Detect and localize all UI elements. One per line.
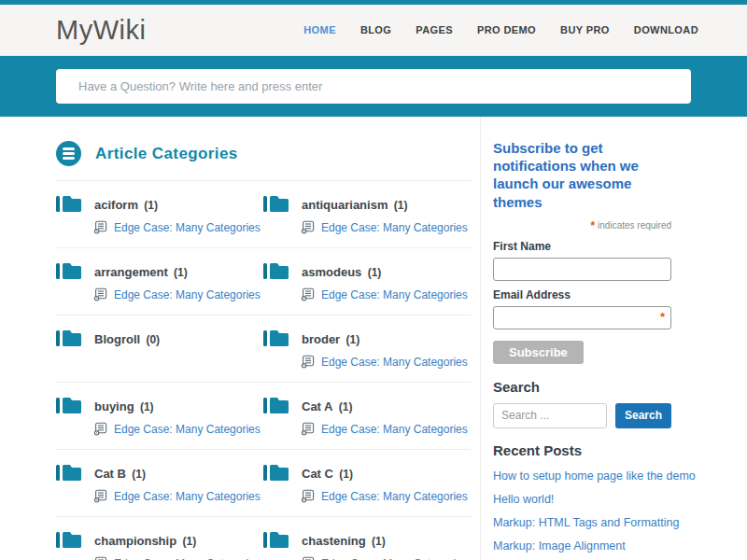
edge-case-link[interactable]: Edge Case: Many Categories — [321, 423, 468, 436]
category-item: Blogroll (0) — [56, 315, 263, 382]
folder-icon — [263, 396, 289, 415]
category-row: championship (1) Edge Case: Many Categor… — [56, 517, 471, 560]
subscribe-button[interactable]: Subscribe — [493, 341, 584, 364]
category-sublink-row[interactable]: Edge Case: Many Categories — [301, 422, 471, 436]
list-circle-icon — [56, 141, 81, 166]
category-sublink-row[interactable]: Edge Case: Many Categories — [93, 287, 263, 301]
email-label: Email Address — [493, 288, 696, 301]
category-link[interactable]: Cat B (1) — [56, 463, 263, 483]
folder-icon — [263, 329, 289, 348]
category-sublink-row[interactable]: Edge Case: Many Categories — [301, 556, 471, 560]
category-name: chastening — [302, 534, 366, 548]
folder-icon — [263, 194, 289, 214]
category-sublink-row[interactable]: Edge Case: Many Categories — [301, 355, 471, 369]
category-item: aciform (1) Edge Case: Many Categories — [56, 181, 263, 247]
edge-case-list-icon — [93, 556, 107, 560]
category-sublink-row[interactable]: Edge Case: Many Categories — [93, 489, 263, 503]
category-count: (1) — [390, 199, 407, 212]
category-item: Cat A (1) Edge Case: Many Categories — [263, 383, 471, 449]
sidebar-search-button[interactable]: Search — [615, 403, 671, 428]
nav-item[interactable]: HOME — [303, 24, 336, 35]
category-link[interactable]: antiquarianism (1) — [263, 194, 471, 214]
category-count: (1) — [171, 266, 188, 279]
category-name: aciform — [94, 198, 138, 212]
category-sublink-row[interactable]: Edge Case: Many Categories — [301, 220, 471, 234]
edge-case-link[interactable]: Edge Case: Many Categories — [114, 423, 261, 436]
edge-case-link[interactable]: Edge Case: Many Categories — [321, 557, 468, 560]
site-header: MyWiki HOMEBLOGPAGESPRO DEMOBUY PRODOWNL… — [0, 5, 747, 56]
category-link[interactable]: asmodeus (1) — [263, 261, 471, 281]
category-count: (1) — [364, 266, 381, 279]
question-search-input[interactable] — [56, 69, 691, 104]
article-categories-section: Article Categories aciform (1) Edge Case… — [56, 117, 481, 560]
category-count: (1) — [336, 468, 353, 481]
category-name: Cat C — [302, 467, 333, 481]
recent-post-item: Markup: Image Alignment — [493, 537, 696, 553]
email-field[interactable] — [493, 306, 671, 329]
recent-post-link[interactable]: Hello world! — [493, 493, 554, 506]
edge-case-list-icon — [93, 489, 107, 503]
category-item: championship (1) Edge Case: Many Categor… — [56, 517, 263, 560]
category-count: (1) — [335, 400, 352, 413]
recent-post-link[interactable]: Markup: Image Alignment — [493, 539, 626, 553]
folder-icon — [56, 463, 81, 483]
category-item: Cat B (1) Edge Case: Many Categories — [56, 450, 263, 516]
edge-case-link[interactable]: Edge Case: Many Categories — [114, 221, 261, 234]
nav-item[interactable]: PAGES — [416, 24, 453, 35]
edge-case-link[interactable]: Edge Case: Many Categories — [321, 221, 468, 234]
edge-case-link[interactable]: Edge Case: Many Categories — [321, 490, 468, 503]
edge-case-link[interactable]: Edge Case: Many Categories — [114, 557, 261, 560]
category-sublink-row[interactable]: Edge Case: Many Categories — [93, 422, 263, 436]
category-item: chastening (1) Edge Case: Many Categorie… — [263, 517, 471, 560]
category-list: aciform (1) Edge Case: Many Categories a… — [56, 181, 471, 560]
category-sublink-row[interactable]: Edge Case: Many Categories — [301, 287, 471, 301]
category-link[interactable]: broder (1) — [263, 329, 471, 348]
main-nav: HOMEBLOGPAGESPRO DEMOBUY PRODOWNLOAD — [303, 24, 698, 35]
first-name-label: First Name — [493, 240, 696, 253]
category-link[interactable]: chastening (1) — [263, 530, 471, 550]
category-name: championship — [94, 534, 176, 548]
section-title: Article Categories — [95, 145, 238, 163]
category-item: arrangement (1) Edge Case: Many Categori… — [56, 248, 263, 315]
category-item: antiquarianism (1) Edge Case: Many Categ… — [263, 181, 471, 247]
recent-post-link[interactable]: Markup: HTML Tags and Formatting — [493, 516, 679, 529]
nav-item[interactable]: PRO DEMO — [477, 24, 536, 35]
edge-case-list-icon — [301, 422, 315, 436]
category-link[interactable]: Cat C (1) — [263, 463, 471, 483]
edge-case-list-icon — [301, 355, 315, 369]
category-name: Cat A — [302, 399, 332, 413]
content-area: Article Categories aciform (1) Edge Case… — [0, 117, 747, 560]
edge-case-link[interactable]: Edge Case: Many Categories — [114, 288, 261, 301]
category-link[interactable]: Blogroll (0) — [56, 329, 263, 348]
category-name: antiquarianism — [302, 198, 388, 212]
category-name: Blogroll — [94, 332, 140, 346]
nav-item[interactable]: BUY PRO — [560, 24, 610, 35]
category-link[interactable]: aciform (1) — [56, 194, 263, 214]
category-count: (1) — [179, 535, 196, 548]
category-link[interactable]: buying (1) — [56, 396, 263, 415]
site-logo[interactable]: MyWiki — [56, 15, 146, 46]
category-sublink-row[interactable]: Edge Case: Many Categories — [301, 489, 471, 503]
folder-icon — [263, 261, 289, 281]
category-item: buying (1) Edge Case: Many Categories — [56, 383, 263, 449]
edge-case-link[interactable]: Edge Case: Many Categories — [114, 490, 261, 503]
folder-icon — [263, 463, 289, 483]
category-sublink-row[interactable]: Edge Case: Many Categories — [93, 556, 263, 560]
category-count: (0) — [143, 333, 160, 346]
nav-item[interactable]: DOWNLOAD — [634, 24, 698, 35]
sidebar-search-input[interactable] — [493, 403, 607, 428]
required-asterisk: * — [591, 219, 596, 232]
category-row: Cat B (1) Edge Case: Many Categories Cat… — [56, 450, 471, 517]
edge-case-link[interactable]: Edge Case: Many Categories — [321, 356, 468, 369]
edge-case-list-icon — [93, 287, 107, 301]
recent-post-link[interactable]: How to setup home page like the demo — [493, 469, 696, 483]
nav-item[interactable]: BLOG — [360, 24, 391, 35]
edge-case-list-icon — [93, 220, 107, 234]
category-link[interactable]: championship (1) — [56, 530, 263, 550]
category-link[interactable]: Cat A (1) — [263, 396, 471, 415]
category-link[interactable]: arrangement (1) — [56, 261, 263, 281]
category-sublink-row[interactable]: Edge Case: Many Categories — [93, 220, 263, 234]
category-count: (1) — [129, 468, 146, 481]
first-name-field[interactable] — [493, 258, 671, 281]
edge-case-link[interactable]: Edge Case: Many Categories — [321, 288, 468, 301]
